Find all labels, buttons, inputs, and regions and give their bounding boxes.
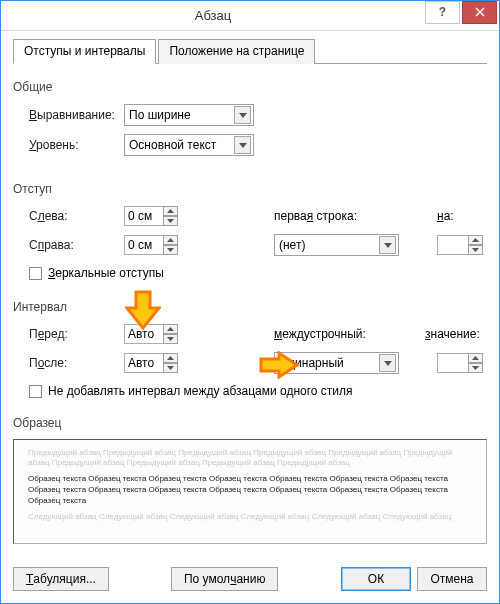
svg-marker-2 [239,113,247,118]
preview-prev-text: Предыдущий абзац Предыдущий абзац Предыд… [28,448,472,468]
svg-marker-16 [472,356,479,360]
dialog-buttons: Табуляция... По умолчанию ОК Отмена [13,565,487,591]
preview-next-text: Следующий абзац Следующий абзац Следующи… [28,512,472,522]
indent-right-input[interactable] [124,235,164,255]
space-after-label: После: [29,356,124,370]
svg-marker-15 [384,361,392,366]
spin-down-icon[interactable] [468,363,483,373]
dont-add-space-label: Не добавлять интервал между абзацами одн… [48,384,353,398]
outline-level-label: Уровень: [29,138,124,152]
titlebar: Абзац ? [1,1,499,31]
section-preview: Образец [13,416,487,430]
spin-up-icon[interactable] [468,353,483,363]
spacing-at-spin[interactable] [437,353,487,373]
svg-marker-7 [167,248,174,252]
chevron-down-icon [234,136,251,154]
svg-marker-4 [167,209,174,213]
cancel-button[interactable]: Отмена [417,567,487,591]
close-icon [475,7,485,17]
svg-marker-5 [167,219,174,223]
section-indent: Отступ [13,182,487,196]
window-title: Абзац [1,8,425,23]
indent-by-input[interactable] [437,235,469,255]
ok-button[interactable]: ОК [341,567,411,591]
first-line-combo[interactable]: (нет) [274,234,399,256]
svg-marker-3 [239,143,247,148]
svg-marker-8 [384,243,392,248]
tab-indents-spacing[interactable]: Отступы и интервалы [13,39,156,64]
space-after-input[interactable] [124,353,164,373]
indent-by-spin[interactable] [437,235,487,255]
space-before-label: Перед: [29,327,124,341]
spin-down-icon[interactable] [163,334,178,344]
spin-down-icon[interactable] [468,245,483,255]
outline-level-combo[interactable]: Основной текст [124,134,254,156]
spacing-at-label: значение: [425,327,487,341]
alignment-combo[interactable]: По ширине [124,104,254,126]
paragraph-dialog: Абзац ? Отступы и интервалы Положение на… [0,0,500,604]
space-before-spin[interactable] [124,324,184,344]
section-general: Общие [13,80,487,94]
spacing-at-input[interactable] [437,353,469,373]
svg-marker-13 [167,356,174,360]
dialog-body: Отступы и интервалы Положение на страниц… [1,31,499,603]
indent-left-input[interactable] [124,206,164,226]
svg-marker-17 [472,366,479,370]
spin-up-icon[interactable] [163,206,178,216]
help-button[interactable]: ? [425,1,460,24]
indent-left-label: Слева: [29,209,124,223]
spin-down-icon[interactable] [163,245,178,255]
first-line-label: первая строка: [274,209,384,223]
svg-marker-14 [167,366,174,370]
alignment-label: Выравнивание: [29,108,124,122]
line-spacing-label: междустрочный: [274,327,384,341]
space-after-spin[interactable] [124,353,184,373]
dont-add-space-checkbox[interactable] [29,385,42,398]
line-spacing-combo[interactable]: Одинарный [274,352,399,374]
svg-marker-9 [472,238,479,242]
spin-up-icon[interactable] [163,353,178,363]
mirror-indents-checkbox[interactable] [29,267,42,280]
chevron-down-icon [379,236,396,254]
spin-up-icon[interactable] [163,235,178,245]
spin-down-icon[interactable] [163,363,178,373]
indent-by-label: на: [437,209,487,223]
tabs-button[interactable]: Табуляция... [13,567,109,591]
spin-up-icon[interactable] [468,235,483,245]
spin-up-icon[interactable] [163,324,178,334]
space-before-input[interactable] [124,324,164,344]
indent-right-spin[interactable] [124,235,184,255]
indent-right-label: Справа: [29,238,124,252]
svg-marker-12 [167,337,174,341]
preview-area: Предыдущий абзац Предыдущий абзац Предыд… [13,439,487,544]
tab-line-page-breaks[interactable]: Положение на странице [158,39,315,64]
spin-down-icon[interactable] [163,216,178,226]
tab-strip: Отступы и интервалы Положение на страниц… [13,39,487,64]
indent-left-spin[interactable] [124,206,184,226]
mirror-indents-label: Зеркальные отступы [48,266,164,280]
chevron-down-icon [379,354,396,372]
close-button[interactable] [462,1,497,24]
section-spacing: Интервал [13,300,487,314]
chevron-down-icon [234,106,251,124]
set-default-button[interactable]: По умолчанию [171,567,278,591]
preview-sample-text: Образец текста Образец текста Образец те… [28,474,472,506]
svg-marker-6 [167,238,174,242]
svg-marker-11 [167,327,174,331]
svg-marker-10 [472,248,479,252]
